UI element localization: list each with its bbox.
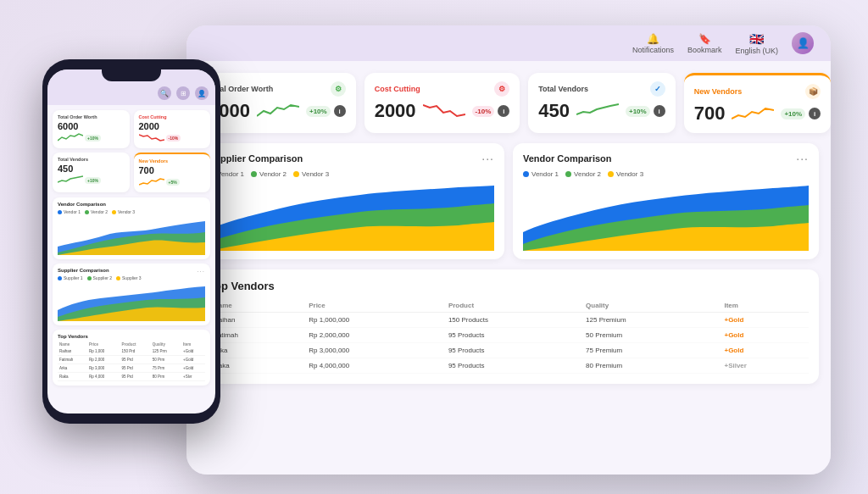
vendor-row-3: Arka Rp 3,000,000 95 Products 75 Premium… (209, 343, 809, 358)
vendor-quality-4: 80 Premium (581, 358, 719, 374)
vendor-chart-header: Vendor Comparison ··· (523, 152, 809, 165)
phone-supplier-legend-3: Supplier 3 (116, 275, 142, 280)
phone-device: 🔍 ⊞ 👤 Total Order Worth 6000 +10% Cost C… (42, 59, 220, 424)
phone-cell: Raihan (58, 347, 87, 356)
phone-vendor-comparison-title: Vendor Comparison (58, 202, 205, 207)
stat-title-new-vendors: New Vendors 📦 (694, 84, 821, 99)
phone-col-item: Item (181, 341, 205, 347)
phone-cell: +Gold (181, 356, 205, 364)
phone-cell: Rp 2,000 (87, 356, 120, 364)
phone-col-quality: Quality (151, 341, 181, 347)
phone-cell: 150 Prd (120, 347, 150, 356)
info-btn-new-vendors[interactable]: i (809, 108, 821, 119)
vendor-row-4: Raka Rp 4,000,000 95 Products 80 Premium… (209, 358, 809, 374)
stat-value-cost-cutting: 2000 -10% i (375, 100, 510, 122)
phone-search-icon: 🔍 (158, 86, 171, 100)
phone-stat-cost-cutting: Cost Cutting 2000 -10% (134, 110, 211, 148)
avatar[interactable]: 👤 (792, 32, 814, 54)
phone-cell: 80 Prm (151, 373, 181, 381)
phone-stat-total-vendors: Total Vendors 450 +10% (53, 153, 130, 192)
stats-row: Total Order Worth ⚙ 6000 +10% i Cost Cut… (198, 73, 819, 133)
supplier-legend-dot-2 (251, 171, 257, 177)
phone-supplier-legend-2: Supplier 2 (87, 275, 113, 280)
phone-stat-title-1: Total Order Worth (58, 114, 125, 119)
phone-legend-label-v2: Vendor 2 (91, 209, 108, 214)
phone-grid-icon: ⊞ (176, 86, 190, 100)
vendor-name-1: Raihan (209, 313, 303, 328)
vendor-product-4: 95 Products (443, 358, 581, 374)
col-header-price: Price (303, 299, 443, 313)
bookmark-label: Bookmark (687, 46, 722, 54)
stat-badge-cost-cutting: -10% (472, 106, 495, 117)
vendor-item-4: +Silver (719, 358, 809, 374)
vendor-price-1: Rp 1,000,000 (303, 313, 443, 328)
stat-title-cost-cutting: Cost Cutting ⚙ (375, 81, 510, 97)
phone-cell: +Slvr (181, 373, 205, 381)
supplier-comparison-title: Supplier Comparison (209, 153, 303, 164)
stat-value-new-vendors: 700 +10% i (694, 103, 821, 125)
phone-top-vendors-card: Top Vendors Name Price Product Quality I… (53, 330, 210, 386)
phone-badge-3: +10% (85, 177, 101, 184)
phone-legend-dot-v3 (112, 210, 116, 214)
phone-legend-v2: Vendor 2 (85, 209, 108, 214)
phone-cell: Rp 1,000 (87, 347, 120, 356)
phone-supplier-comparison-title: Supplier Comparison (58, 268, 109, 273)
supplier-legend: Vendor 1 Vendor 2 Vendor 3 (209, 170, 494, 178)
supplier-more-btn[interactable]: ··· (481, 152, 494, 165)
tablet-content: Total Order Worth ⚙ 6000 +10% i Cost Cut… (186, 61, 831, 475)
phone-avatar: 👤 (195, 86, 209, 100)
phone-stat-row-1: +10% (58, 132, 125, 144)
language-label: English (UK) (735, 47, 778, 55)
supplier-legend-2: Vendor 2 (251, 170, 287, 178)
phone-supplier-dot-2 (87, 276, 92, 280)
phone-legend-v1: Vendor 1 (58, 209, 81, 214)
vendors-table: Name Price Product Quality Item Raihan R… (209, 299, 809, 374)
vendor-price-2: Rp 2,000,000 (303, 328, 443, 343)
vendor-legend-label-3: Vendor 3 (616, 170, 643, 178)
charts-row: Supplier Comparison ··· Vendor 1 Vendor … (198, 143, 819, 259)
phone-supplier-more[interactable]: ··· (197, 268, 205, 275)
vendor-comparison-title: Vendor Comparison (523, 153, 612, 164)
vendor-quality-1: 125 Premium (581, 313, 719, 328)
vendor-legend-dot-2 (565, 171, 571, 177)
col-header-item: Item (719, 299, 809, 313)
phone-cell: 75 Prm (151, 364, 181, 373)
bookmark-icon: 🔖 (698, 33, 711, 45)
phone-stat-value-4: 700 (139, 165, 206, 175)
notifications-button[interactable]: 🔔 Notifications (632, 33, 674, 54)
phone-cell: 50 Prm (151, 356, 181, 364)
phone-vendor-comparison-card: Vendor Comparison Vendor 1 Vendor 2 Vend… (53, 197, 210, 259)
phone-table-row: Raka Rp 4,000 95 Prd 80 Prm +Slvr (58, 373, 205, 381)
stat-badge-new-vendors: +10% (781, 108, 805, 119)
col-header-name: Name (209, 299, 303, 313)
bookmark-button[interactable]: 🔖 Bookmark (687, 33, 722, 54)
vendor-item-1: +Gold (719, 313, 809, 328)
info-btn-cost-cutting[interactable]: i (498, 105, 509, 117)
phone-stat-row-2: -10% (139, 132, 206, 144)
phone-vendor-legend: Vendor 1 Vendor 2 Vendor 3 (58, 209, 205, 214)
supplier-legend-label-1: Vendor 1 (217, 170, 244, 178)
phone-stat-title-3: Total Vendors (58, 157, 125, 162)
vendor-more-btn[interactable]: ··· (796, 152, 809, 165)
vendor-quality-3: 75 Premium (581, 343, 719, 358)
vendor-legend-1: Vendor 1 (523, 170, 559, 178)
phone-stat-row-4: +5% (139, 176, 206, 188)
vendor-comparison-card: Vendor Comparison ··· Vendor 1 Vendor 2 … (513, 143, 819, 259)
phone-cell: Rp 3,000 (87, 364, 120, 373)
stat-title-total-order: Total Order Worth ⚙ (209, 81, 346, 97)
phone-col-name: Name (58, 341, 87, 347)
vendor-name-2: Fatimah (209, 328, 303, 343)
tablet-header: 🔔 Notifications 🔖 Bookmark 🇬🇧 English (U… (186, 25, 831, 61)
vendor-product-2: 95 Products (443, 328, 581, 343)
stat-badge-total-order: +10% (306, 106, 331, 117)
vendor-name-3: Arka (209, 343, 303, 358)
phone-supplier-legend: Supplier 1 Supplier 2 Supplier 3 (58, 275, 205, 280)
phone-badge-2: -10% (166, 135, 181, 142)
language-selector[interactable]: 🇬🇧 English (UK) (735, 32, 778, 55)
flag-icon: 🇬🇧 (749, 32, 764, 46)
phone-cell: 95 Prd (120, 364, 150, 373)
info-btn-total-vendors[interactable]: i (654, 105, 665, 117)
info-btn-total-order[interactable]: i (334, 105, 346, 117)
stat-card-cost-cutting: Cost Cutting ⚙ 2000 -10% i (364, 73, 520, 133)
supplier-legend-label-3: Vendor 3 (302, 170, 329, 178)
